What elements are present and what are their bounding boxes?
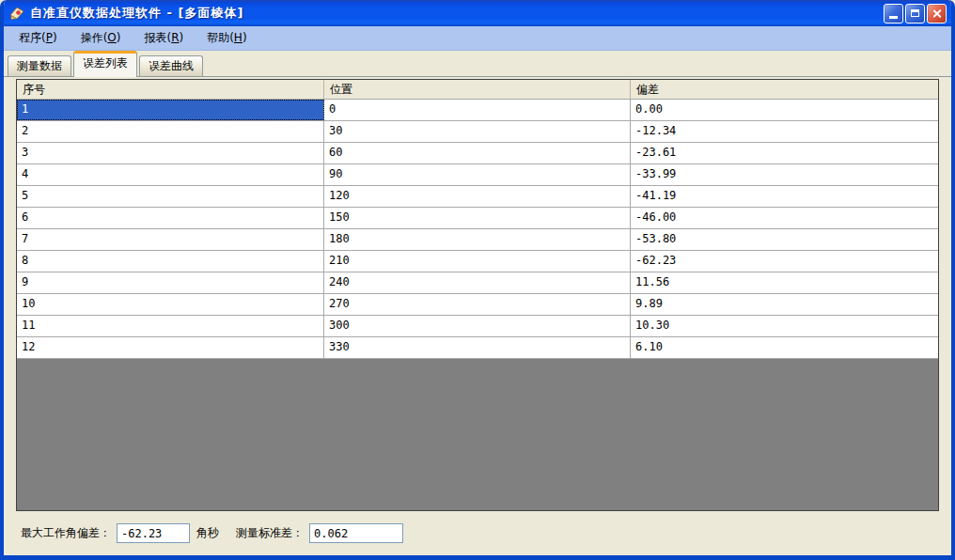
cell-deviation[interactable]: 6.10: [631, 337, 938, 358]
maximize-icon: [911, 9, 919, 17]
menu-label: 报表(: [144, 31, 171, 44]
minimize-icon: [889, 16, 898, 19]
window-title: 自准直仪数据处理软件 - [多面棱体]: [30, 5, 882, 22]
table-row[interactable]: 9 240 11.56: [17, 272, 938, 294]
cell-deviation[interactable]: -12.34: [631, 121, 938, 142]
table-row[interactable]: 8 210 -62.23: [17, 251, 938, 272]
max-deviation-input[interactable]: [117, 523, 190, 543]
cell-deviation[interactable]: -23.61: [631, 143, 938, 163]
table-row[interactable]: 3 60 -23.61: [17, 143, 938, 164]
cell-seq[interactable]: 5: [17, 186, 324, 207]
cell-position[interactable]: 300: [324, 316, 631, 336]
menu-item-help[interactable]: 帮助(H): [197, 26, 256, 50]
tab-measurement-data[interactable]: 测量数据: [8, 55, 71, 76]
maximize-button[interactable]: [905, 4, 925, 23]
menu-item-operation[interactable]: 操作(O): [71, 26, 131, 50]
cell-deviation[interactable]: 9.89: [631, 294, 938, 315]
table-row[interactable]: 10 270 9.89: [17, 294, 938, 316]
tab-error-list[interactable]: 误差列表: [73, 51, 137, 77]
menu-mnemonic: H: [234, 31, 243, 44]
cell-deviation[interactable]: 11.56: [631, 272, 938, 293]
data-grid: 序号 位置 偏差 1 0 0.00 2 30 -12.34 3 60 -23.6…: [16, 79, 939, 511]
cell-seq[interactable]: 2: [17, 121, 324, 142]
grid-header-row: 序号 位置 偏差: [17, 80, 938, 100]
column-header-position[interactable]: 位置: [324, 80, 631, 99]
table-row[interactable]: 4 90 -33.99: [17, 164, 938, 186]
cell-seq[interactable]: 12: [17, 337, 324, 358]
tab-page-error-list: 序号 位置 偏差 1 0 0.00 2 30 -12.34 3 60 -23.6…: [4, 76, 951, 555]
stddev-label: 测量标准差：: [236, 525, 304, 541]
menubar: 程序(P) 操作(O) 报表(R) 帮助(H): [4, 26, 951, 51]
cell-deviation[interactable]: 0.00: [631, 100, 938, 120]
cell-seq[interactable]: 9: [17, 272, 324, 293]
menu-mnemonic: P: [46, 31, 53, 44]
cell-position[interactable]: 270: [324, 294, 631, 315]
cell-seq[interactable]: 6: [17, 208, 324, 228]
table-row[interactable]: 11 300 10.30: [17, 316, 938, 337]
menu-label: ): [179, 31, 183, 44]
menu-label: 操作(: [81, 31, 108, 44]
tab-error-curve[interactable]: 误差曲线: [139, 55, 203, 76]
menu-item-program[interactable]: 程序(P): [9, 26, 67, 50]
titlebar[interactable]: 自准直仪数据处理软件 - [多面棱体]: [0, 0, 955, 26]
app-icon: [8, 5, 25, 22]
cell-deviation[interactable]: -62.23: [631, 251, 938, 272]
cell-seq[interactable]: 3: [17, 143, 324, 163]
cell-deviation[interactable]: -46.00: [631, 208, 938, 228]
menu-label: ): [53, 31, 57, 44]
table-row[interactable]: 12 330 6.10: [17, 337, 938, 359]
cell-deviation[interactable]: -53.80: [631, 229, 938, 250]
table-row[interactable]: 6 150 -46.00: [17, 208, 938, 229]
menu-label: 程序(: [19, 31, 46, 44]
cell-deviation[interactable]: 10.30: [631, 316, 938, 336]
cell-position[interactable]: 0: [324, 100, 631, 120]
table-row[interactable]: 1 0 0.00: [17, 100, 938, 121]
cell-deviation[interactable]: -33.99: [631, 164, 938, 185]
column-header-deviation[interactable]: 偏差: [631, 80, 938, 99]
table-row[interactable]: 7 180 -53.80: [17, 229, 938, 251]
menu-item-report[interactable]: 报表(R): [134, 26, 193, 50]
tab-strip: 测量数据 误差列表 误差曲线: [4, 52, 951, 76]
menu-label: ): [243, 31, 247, 44]
cell-position[interactable]: 210: [324, 251, 631, 272]
cell-seq-selected[interactable]: 1: [17, 100, 324, 120]
cell-position[interactable]: 90: [324, 164, 631, 185]
menu-label: ): [117, 31, 121, 44]
menu-mnemonic: O: [107, 31, 116, 44]
cell-position[interactable]: 150: [324, 208, 631, 228]
cell-seq[interactable]: 4: [17, 164, 324, 185]
cell-position[interactable]: 30: [324, 121, 631, 142]
cell-position[interactable]: 240: [324, 272, 631, 293]
cell-seq[interactable]: 10: [17, 294, 324, 315]
table-row[interactable]: 2 30 -12.34: [17, 121, 938, 143]
window-controls: [882, 4, 947, 23]
unit-label: 角秒: [196, 525, 219, 541]
cell-position[interactable]: 180: [324, 229, 631, 250]
footer-panel: 最大工作角偏差： 角秒 测量标准差：: [4, 511, 951, 555]
cell-position[interactable]: 330: [324, 337, 631, 358]
grid-empty-area: [17, 359, 938, 510]
close-button[interactable]: [927, 4, 947, 23]
max-deviation-label: 最大工作角偏差：: [21, 525, 111, 541]
table-row[interactable]: 5 120 -41.19: [17, 186, 938, 208]
cell-deviation[interactable]: -41.19: [631, 186, 938, 207]
cell-seq[interactable]: 7: [17, 229, 324, 250]
cell-position[interactable]: 60: [324, 143, 631, 163]
stddev-input[interactable]: [309, 523, 403, 543]
cell-position[interactable]: 120: [324, 186, 631, 207]
cell-seq[interactable]: 11: [17, 316, 324, 336]
menu-label: 帮助(: [207, 31, 234, 44]
cell-seq[interactable]: 8: [17, 251, 324, 272]
minimize-button[interactable]: [884, 4, 903, 23]
app-window: 自准直仪数据处理软件 - [多面棱体] 程序(P) 操作(O) 报表(R) 帮助…: [0, 0, 955, 560]
column-header-seq[interactable]: 序号: [17, 80, 324, 99]
close-icon: [932, 8, 942, 19]
